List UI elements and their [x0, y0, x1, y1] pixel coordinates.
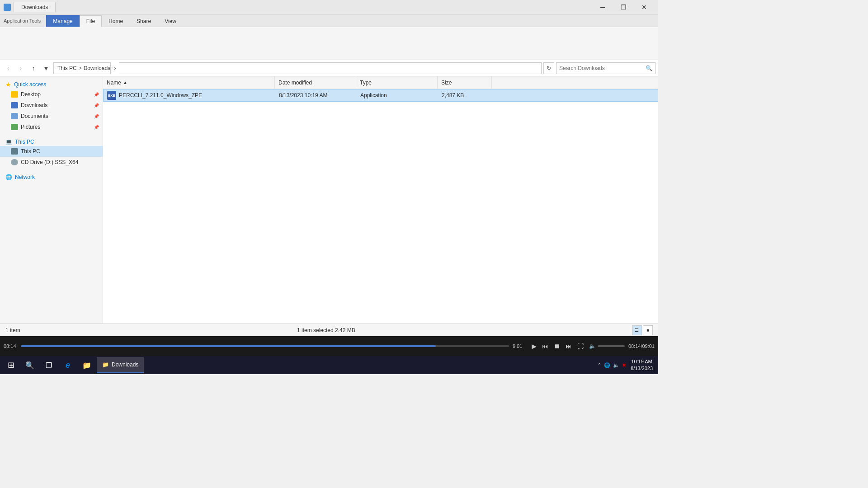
- taskbar-app-label: Downloads: [112, 361, 138, 368]
- tab-view[interactable]: View: [158, 15, 183, 27]
- thispc-icon: 💻: [5, 139, 12, 145]
- file-date-cell: 8/13/2023 10:19 AM: [275, 92, 357, 99]
- media-volume: 🔈: [589, 343, 625, 349]
- sidebar-item-pictures[interactable]: Pictures 📌: [0, 122, 103, 132]
- pin-icon-pics: 📌: [94, 125, 99, 130]
- taskbar-clock[interactable]: 10:19 AM 8/13/2023: [631, 358, 653, 372]
- taskbar-app-icon: 📁: [102, 361, 109, 368]
- downloads-icon: [11, 102, 18, 108]
- sidebar-item-desktop[interactable]: Desktop 📌: [0, 89, 103, 100]
- show-desktop-button[interactable]: [654, 356, 656, 374]
- col-header-date[interactable]: Date modified: [275, 76, 356, 89]
- sidebar: ★ Quick access Desktop 📌 Downloads 📌 Doc…: [0, 76, 103, 324]
- fullscreen-button[interactable]: ⛶: [576, 342, 585, 351]
- ribbon: Application Tools Manage File Home Share…: [0, 14, 658, 60]
- app-icon: [4, 4, 11, 11]
- network-section-icon: 🌐: [5, 174, 12, 180]
- sidebar-item-downloads[interactable]: Downloads 📌: [0, 100, 103, 111]
- media-controls: ▶ ⏮ ⏹ ⏭ ⛶: [530, 342, 585, 351]
- network-tray-icon: 🌐: [604, 362, 610, 368]
- sidebar-item-documents[interactable]: Documents 📌: [0, 111, 103, 122]
- forward-button[interactable]: ›: [15, 63, 26, 74]
- system-tray: ⌃ 🌐 🔈 ✖: [594, 362, 630, 368]
- ie-button[interactable]: e: [59, 356, 77, 374]
- search-input[interactable]: [559, 65, 646, 71]
- details-view-button[interactable]: ☰: [632, 325, 642, 335]
- explorer-button[interactable]: 📁: [78, 356, 96, 374]
- up-button[interactable]: ↑: [28, 63, 39, 74]
- sidebar-item-thispc[interactable]: This PC: [0, 146, 103, 157]
- refresh-button[interactable]: ↻: [543, 62, 554, 74]
- sidebar-item-cddrive-label: CD Drive (D:) SSS_X64: [21, 159, 78, 165]
- sidebar-item-documents-label: Documents: [21, 113, 48, 119]
- media-start-time: 08:14: [4, 343, 17, 349]
- task-view-button[interactable]: ❐: [40, 356, 58, 374]
- quick-access-star-icon: ★: [5, 81, 11, 88]
- file-size-cell: 2,487 KB: [438, 92, 492, 99]
- speaker-tray-icon: 🔈: [613, 362, 619, 368]
- breadcrumb-thispc: This PC: [57, 65, 77, 71]
- address-path[interactable]: This PC > Downloads ›: [53, 62, 542, 74]
- stop-button[interactable]: ⏹: [552, 342, 562, 351]
- dropdown-arrow-button[interactable]: ▼: [41, 63, 52, 74]
- pin-icon-docs: 📌: [94, 114, 99, 119]
- col-header-size[interactable]: Size: [438, 76, 492, 89]
- volume-slider[interactable]: [598, 345, 625, 347]
- next-button[interactable]: ⏭: [564, 342, 574, 351]
- file-icon: EXE: [107, 91, 116, 100]
- sidebar-item-cddrive[interactable]: CD Drive (D:) SSS_X64: [0, 157, 103, 168]
- breadcrumb-downloads: Downloads: [84, 65, 110, 71]
- tab-file[interactable]: File: [80, 15, 102, 27]
- col-header-type[interactable]: Type: [356, 76, 438, 89]
- thispc-header[interactable]: 💻 This PC: [0, 136, 103, 146]
- thispc-folder-icon: [11, 148, 18, 155]
- pin-icon: 📌: [94, 92, 99, 97]
- clock-date: 8/13/2023: [631, 365, 653, 372]
- tab-manage[interactable]: Manage: [46, 15, 79, 27]
- breadcrumb-sep1: >: [79, 65, 82, 71]
- large-icons-view-button[interactable]: ■: [643, 325, 653, 335]
- media-progress-bar[interactable]: [21, 345, 509, 347]
- status-selection-info: 1 item selected 2.42 MB: [297, 327, 355, 333]
- quick-access-header[interactable]: ★ Quick access: [0, 78, 103, 89]
- network-header[interactable]: 🌐 Network: [0, 171, 103, 181]
- col-header-name[interactable]: Name ▲: [103, 76, 275, 89]
- search-icon: 🔍: [646, 65, 652, 71]
- explorer-icon: 📁: [82, 361, 91, 370]
- file-name-cell: EXE PERCCLI_7.211.0_Windows_ZPE: [104, 91, 275, 100]
- tab-home[interactable]: Home: [102, 15, 130, 27]
- ribbon-content: [0, 27, 658, 60]
- search-taskbar-button[interactable]: 🔍: [21, 356, 39, 374]
- prev-button[interactable]: ⏮: [540, 342, 550, 351]
- media-current-time-display: 08:14/09:01: [628, 343, 655, 349]
- sidebar-item-desktop-label: Desktop: [21, 91, 41, 98]
- taskbar: ⊞ 🔍 ❐ e 📁 📁 Downloads ⌃ 🌐 🔈 ✖ 10:19 AM 8…: [0, 356, 658, 374]
- file-type-cell: Application: [357, 92, 438, 99]
- title-bar-controls: ─ ❐ ✕: [592, 0, 655, 14]
- play-button[interactable]: ▶: [530, 342, 538, 351]
- address-chevron[interactable]: ›: [110, 62, 119, 74]
- status-bar: 1 item 1 item selected 2.42 MB ☰ ■: [0, 324, 658, 336]
- volume-icon: 🔈: [589, 343, 596, 349]
- restore-button[interactable]: ❐: [613, 0, 634, 14]
- media-bar: 08:14 9:01 ▶ ⏮ ⏹ ⏭ ⛶ 🔈 08:14/09:01: [0, 336, 658, 356]
- minimize-button[interactable]: ─: [592, 0, 613, 14]
- ie-icon: e: [66, 361, 70, 370]
- start-icon: ⊞: [8, 360, 14, 370]
- search-taskbar-icon: 🔍: [25, 361, 34, 370]
- tab-share[interactable]: Share: [130, 15, 158, 27]
- network-label: Network: [15, 174, 35, 180]
- file-area: Name ▲ Date modified Type Size EXE PERCC…: [103, 76, 658, 324]
- close-button[interactable]: ✕: [634, 0, 655, 14]
- ribbon-tabs: Application Tools Manage File Home Share…: [0, 14, 658, 27]
- back-button[interactable]: ‹: [3, 63, 14, 74]
- table-row[interactable]: EXE PERCCLI_7.211.0_Windows_ZPE 8/13/202…: [103, 89, 658, 102]
- search-bar[interactable]: 🔍: [556, 62, 656, 74]
- tray-up-arrow[interactable]: ⌃: [597, 362, 601, 368]
- start-button[interactable]: ⊞: [2, 356, 20, 374]
- thispc-label: This PC: [15, 139, 34, 145]
- title-bar-left: Downloads: [4, 2, 56, 12]
- context-label: Application Tools: [4, 18, 44, 23]
- taskbar-downloads-app[interactable]: 📁 Downloads: [97, 357, 144, 373]
- sort-asc-icon: ▲: [123, 80, 127, 85]
